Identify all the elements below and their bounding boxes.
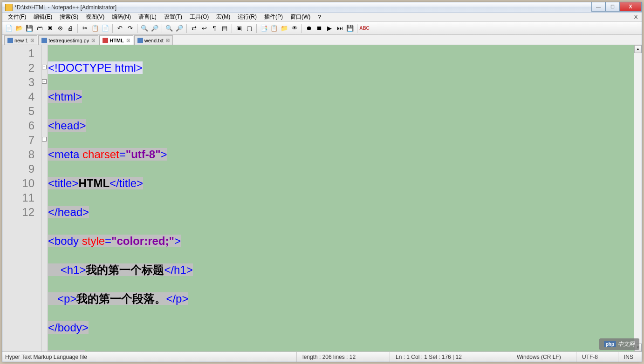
unfold-all-button[interactable]: ▢	[245, 24, 254, 33]
minimize-button[interactable]: —	[591, 2, 605, 12]
status-encoding: UTF-8	[576, 352, 618, 362]
toolbar-sep	[357, 24, 357, 33]
toolbar-sep	[186, 24, 187, 33]
file-icon	[137, 38, 143, 43]
menu-search[interactable]: 搜索(S)	[56, 12, 82, 22]
code-token: <meta	[48, 148, 82, 161]
wrap-button[interactable]: ↩	[199, 24, 209, 33]
tabbar: new 1⊠ testrequestimg.py⊠ HTML⊠ wend.txt…	[2, 35, 642, 45]
line-number: 8	[2, 147, 34, 162]
scroll-up-button[interactable]: ▲	[634, 45, 642, 53]
record-button[interactable]: ⏺	[304, 24, 314, 33]
copy-button[interactable]: 📋	[90, 24, 100, 33]
play-button[interactable]: ▶	[325, 24, 334, 33]
code-token: =	[105, 235, 111, 247]
code-editor[interactable]: <!DOCTYPE html> <html> <head> <meta char…	[48, 45, 634, 351]
menu-view[interactable]: 视图(V)	[82, 12, 108, 22]
tab-html[interactable]: HTML⊠	[99, 35, 133, 45]
tab-wend[interactable]: wend.txt⊠	[134, 35, 173, 45]
func-list-button[interactable]: 📋	[269, 24, 279, 33]
stop-button[interactable]: ⏹	[315, 24, 324, 33]
save-button[interactable]: 💾	[25, 24, 34, 33]
save-macro-button[interactable]: 💾	[345, 24, 355, 33]
indent-guide-button[interactable]: ▤	[220, 24, 229, 33]
paste-button[interactable]: 📄	[101, 24, 110, 33]
maximize-button[interactable]: ☐	[605, 2, 619, 12]
menu-macro[interactable]: 宏(M)	[212, 12, 234, 22]
save-all-button[interactable]: 🗃	[35, 24, 44, 33]
menu-plugins[interactable]: 插件(P)	[260, 12, 287, 22]
menu-language[interactable]: 语言(L)	[135, 12, 160, 22]
zoom-out-button[interactable]: 🔎	[175, 24, 184, 33]
scroll-track[interactable]	[634, 53, 642, 344]
line-number: 5	[2, 104, 34, 118]
tab-label: testrequestimg.py	[48, 38, 89, 43]
code-token: </p>	[166, 292, 188, 305]
line-number: 3	[2, 75, 34, 89]
find-button[interactable]: 🔍	[140, 24, 149, 33]
status-filetype: Hyper Text Markup Language file	[2, 352, 297, 362]
open-file-button[interactable]: 📂	[14, 24, 24, 33]
spellcheck-button[interactable]: ABC	[360, 24, 369, 33]
tab-close-icon[interactable]: ⊠	[126, 38, 130, 43]
close-button[interactable]: X	[619, 2, 642, 12]
show-all-button[interactable]: ¶	[210, 24, 219, 33]
tab-close-icon[interactable]: ⊠	[166, 38, 170, 43]
menubar: 文件(F) 编辑(E) 搜索(S) 视图(V) 编码(N) 语言(L) 设置(T…	[2, 13, 642, 22]
close-file-button[interactable]: ✖	[45, 24, 55, 33]
close-all-button[interactable]: ⊗	[55, 24, 65, 33]
status-position: Ln : 1 Col : 1 Sel : 176 | 12	[390, 352, 511, 362]
doc-map-button[interactable]: 📑	[259, 24, 268, 33]
folder-button[interactable]: 📁	[280, 24, 289, 33]
menu-encoding[interactable]: 编码(N)	[108, 12, 135, 22]
toolbar: 📄 📂 💾 🗃 ✖ ⊗ 🖨 ✂ 📋 📄 ↶ ↷ 🔍 🔎 🔍 🔎 ⇄ ↩ ¶ ▤ …	[2, 22, 642, 35]
fold-toggle[interactable]: −	[42, 65, 47, 69]
tab-close-icon[interactable]: ⊠	[30, 38, 34, 43]
file-icon	[7, 38, 13, 43]
code-indent	[48, 263, 61, 276]
undo-button[interactable]: ↶	[115, 24, 124, 33]
new-file-button[interactable]: 📄	[4, 24, 14, 33]
monitor-button[interactable]: 👁	[290, 24, 299, 33]
menu-window[interactable]: 窗口(W)	[287, 12, 314, 22]
menu-settings[interactable]: 设置(T)	[160, 12, 186, 22]
titlebar[interactable]: *D:\txt\HTML - Notepad++ [Administrator]…	[2, 2, 642, 13]
code-token: <html>	[48, 90, 82, 103]
tab-testrequestimg[interactable]: testrequestimg.py⊠	[38, 35, 98, 45]
fold-toggle[interactable]: −	[42, 79, 47, 84]
tab-new1[interactable]: new 1⊠	[4, 35, 37, 45]
code-token: >	[174, 235, 181, 247]
code-token: HTML	[78, 177, 110, 189]
code-token: <head>	[48, 119, 86, 132]
menu-run[interactable]: 运行(R)	[234, 12, 260, 22]
menu-help[interactable]: ?	[314, 13, 325, 21]
toolbar-sep	[137, 24, 137, 33]
play-multi-button[interactable]: ⏭	[335, 24, 344, 33]
watermark-text: 中文网	[618, 340, 635, 348]
sync-button[interactable]: ⇄	[189, 24, 199, 33]
code-indent	[48, 292, 57, 305]
tab-close-icon[interactable]: ⊠	[91, 38, 95, 43]
menu-edit[interactable]: 编辑(E)	[30, 12, 56, 22]
zoom-in-button[interactable]: 🔍	[164, 24, 174, 33]
redo-button[interactable]: ↷	[125, 24, 135, 33]
print-button[interactable]: 🖨	[66, 24, 75, 33]
menu-file[interactable]: 文件(F)	[4, 12, 30, 22]
code-token: =	[119, 148, 126, 161]
vertical-scrollbar[interactable]: ▲ ▼	[634, 45, 642, 351]
fold-toggle[interactable]: −	[42, 137, 47, 142]
cut-button[interactable]: ✂	[80, 24, 89, 33]
fold-all-button[interactable]: ▣	[234, 24, 244, 33]
toolbar-sep	[232, 24, 232, 33]
file-icon	[41, 38, 47, 43]
menu-tools[interactable]: 工具(O)	[186, 12, 212, 22]
code-token: <h1>	[61, 263, 86, 276]
menubar-close-icon[interactable]: X	[634, 13, 638, 20]
line-number: 11	[2, 190, 34, 205]
line-number: 7	[2, 133, 34, 147]
replace-button[interactable]: 🔎	[150, 24, 159, 33]
code-token: <p>	[57, 292, 76, 305]
line-number: 2	[2, 61, 34, 75]
line-number: 6	[2, 118, 34, 133]
line-number: 12	[2, 205, 34, 219]
